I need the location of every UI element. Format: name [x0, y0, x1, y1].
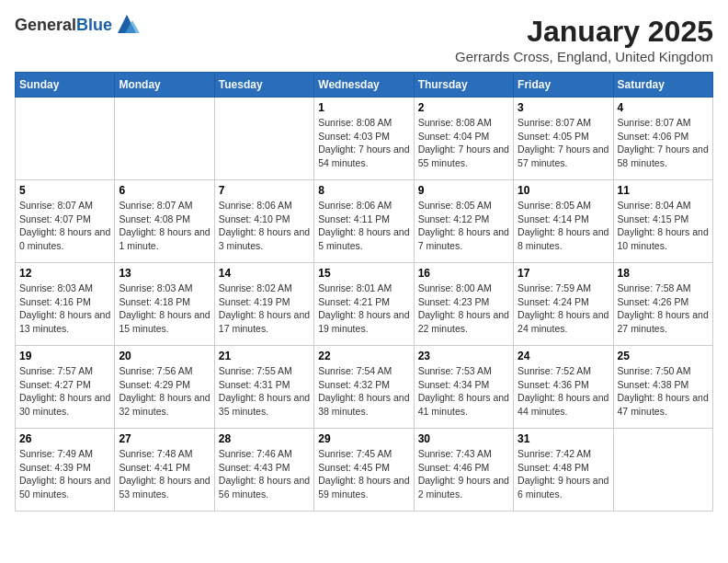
- calendar-cell: 17Sunrise: 7:59 AM Sunset: 4:24 PM Dayli…: [514, 263, 613, 346]
- location: Gerrards Cross, England, United Kingdom: [455, 49, 713, 64]
- day-info: Sunrise: 7:56 AM Sunset: 4:29 PM Dayligh…: [119, 364, 210, 419]
- day-info: Sunrise: 8:05 AM Sunset: 4:14 PM Dayligh…: [518, 199, 609, 253]
- day-number: 19: [19, 350, 110, 362]
- day-info: Sunrise: 7:52 AM Sunset: 4:36 PM Dayligh…: [518, 364, 609, 419]
- day-number: 16: [418, 267, 509, 280]
- calendar-week-4: 19Sunrise: 7:57 AM Sunset: 4:27 PM Dayli…: [16, 346, 713, 429]
- weekday-header-tuesday: Tuesday: [214, 73, 313, 98]
- day-number: 11: [618, 184, 709, 197]
- day-number: 17: [518, 267, 609, 280]
- calendar-cell: 12Sunrise: 8:03 AM Sunset: 4:16 PM Dayli…: [16, 263, 115, 346]
- day-info: Sunrise: 8:06 AM Sunset: 4:10 PM Dayligh…: [219, 199, 310, 253]
- day-number: 31: [518, 432, 609, 445]
- day-info: Sunrise: 8:08 AM Sunset: 4:04 PM Dayligh…: [418, 116, 509, 170]
- calendar-cell: 28Sunrise: 7:46 AM Sunset: 4:43 PM Dayli…: [214, 429, 313, 511]
- logo-icon: [114, 11, 140, 37]
- day-info: Sunrise: 7:46 AM Sunset: 4:43 PM Dayligh…: [219, 447, 310, 501]
- day-info: Sunrise: 7:58 AM Sunset: 4:26 PM Dayligh…: [618, 282, 709, 336]
- header-row: SundayMondayTuesdayWednesdayThursdayFrid…: [16, 73, 713, 98]
- day-number: 12: [19, 267, 110, 280]
- weekday-header-friday: Friday: [514, 73, 613, 98]
- weekday-header-thursday: Thursday: [414, 73, 513, 98]
- day-info: Sunrise: 7:48 AM Sunset: 4:41 PM Dayligh…: [119, 447, 210, 501]
- calendar-cell: 20Sunrise: 7:56 AM Sunset: 4:29 PM Dayli…: [115, 346, 214, 429]
- calendar-cell: 27Sunrise: 7:48 AM Sunset: 4:41 PM Dayli…: [115, 429, 214, 511]
- day-info: Sunrise: 7:45 AM Sunset: 4:45 PM Dayligh…: [318, 447, 409, 501]
- calendar-week-1: 1Sunrise: 8:08 AM Sunset: 4:03 PM Daylig…: [16, 98, 713, 180]
- logo: GeneralBlue: [15, 15, 140, 37]
- day-number: 1: [318, 101, 409, 114]
- calendar-table: SundayMondayTuesdayWednesdayThursdayFrid…: [15, 72, 713, 511]
- calendar-cell: [115, 98, 214, 180]
- day-info: Sunrise: 8:05 AM Sunset: 4:12 PM Dayligh…: [418, 199, 509, 253]
- day-number: 24: [518, 350, 609, 362]
- weekday-header-monday: Monday: [115, 73, 214, 98]
- day-number: 22: [318, 350, 409, 362]
- title-block: January 2025 Gerrards Cross, England, Un…: [455, 15, 713, 64]
- day-info: Sunrise: 7:53 AM Sunset: 4:34 PM Dayligh…: [418, 364, 509, 419]
- calendar-cell: 31Sunrise: 7:42 AM Sunset: 4:48 PM Dayli…: [514, 429, 613, 511]
- calendar-cell: 24Sunrise: 7:52 AM Sunset: 4:36 PM Dayli…: [514, 346, 613, 429]
- calendar-cell: 1Sunrise: 8:08 AM Sunset: 4:03 PM Daylig…: [314, 98, 414, 180]
- day-number: 13: [119, 267, 210, 280]
- month-title: January 2025: [455, 15, 713, 49]
- calendar-cell: 21Sunrise: 7:55 AM Sunset: 4:31 PM Dayli…: [214, 346, 313, 429]
- calendar-cell: 29Sunrise: 7:45 AM Sunset: 4:45 PM Dayli…: [314, 429, 414, 511]
- day-number: 15: [318, 267, 409, 280]
- day-info: Sunrise: 7:59 AM Sunset: 4:24 PM Dayligh…: [518, 282, 609, 336]
- day-number: 10: [518, 184, 609, 197]
- day-number: 20: [119, 350, 210, 362]
- day-number: 27: [119, 432, 210, 445]
- day-info: Sunrise: 8:04 AM Sunset: 4:15 PM Dayligh…: [618, 199, 709, 253]
- calendar-cell: 14Sunrise: 8:02 AM Sunset: 4:19 PM Dayli…: [214, 263, 313, 346]
- calendar-cell: 7Sunrise: 8:06 AM Sunset: 4:10 PM Daylig…: [214, 180, 313, 263]
- day-info: Sunrise: 8:03 AM Sunset: 4:18 PM Dayligh…: [119, 282, 210, 336]
- day-number: 4: [618, 101, 709, 114]
- calendar-cell: 5Sunrise: 8:07 AM Sunset: 4:07 PM Daylig…: [16, 180, 115, 263]
- day-info: Sunrise: 8:07 AM Sunset: 4:08 PM Dayligh…: [119, 199, 210, 253]
- day-info: Sunrise: 8:00 AM Sunset: 4:23 PM Dayligh…: [418, 282, 509, 336]
- calendar-cell: 9Sunrise: 8:05 AM Sunset: 4:12 PM Daylig…: [414, 180, 513, 263]
- day-number: 6: [119, 184, 210, 197]
- calendar-cell: 15Sunrise: 8:01 AM Sunset: 4:21 PM Dayli…: [314, 263, 414, 346]
- day-number: 8: [318, 184, 409, 197]
- day-number: 3: [518, 101, 609, 114]
- day-number: 21: [219, 350, 310, 362]
- calendar-cell: 26Sunrise: 7:49 AM Sunset: 4:39 PM Dayli…: [16, 429, 115, 511]
- calendar-cell: 16Sunrise: 8:00 AM Sunset: 4:23 PM Dayli…: [414, 263, 513, 346]
- day-info: Sunrise: 8:02 AM Sunset: 4:19 PM Dayligh…: [219, 282, 310, 336]
- calendar-cell: 10Sunrise: 8:05 AM Sunset: 4:14 PM Dayli…: [514, 180, 613, 263]
- logo-general: GeneralBlue: [15, 17, 112, 35]
- weekday-header-saturday: Saturday: [613, 73, 712, 98]
- page-header: GeneralBlue January 2025 Gerrards Cross,…: [15, 15, 713, 64]
- calendar-cell: 19Sunrise: 7:57 AM Sunset: 4:27 PM Dayli…: [16, 346, 115, 429]
- day-number: 28: [219, 432, 310, 445]
- day-info: Sunrise: 7:49 AM Sunset: 4:39 PM Dayligh…: [19, 447, 110, 501]
- calendar-cell: 4Sunrise: 8:07 AM Sunset: 4:06 PM Daylig…: [613, 98, 712, 180]
- day-info: Sunrise: 8:07 AM Sunset: 4:07 PM Dayligh…: [19, 199, 110, 253]
- calendar-cell: 3Sunrise: 8:07 AM Sunset: 4:05 PM Daylig…: [514, 98, 613, 180]
- day-number: 29: [318, 432, 409, 445]
- weekday-header-sunday: Sunday: [16, 73, 115, 98]
- day-number: 7: [219, 184, 310, 197]
- day-number: 2: [418, 101, 509, 114]
- day-info: Sunrise: 8:03 AM Sunset: 4:16 PM Dayligh…: [19, 282, 110, 336]
- day-info: Sunrise: 8:06 AM Sunset: 4:11 PM Dayligh…: [318, 199, 409, 253]
- calendar-cell: 11Sunrise: 8:04 AM Sunset: 4:15 PM Dayli…: [613, 180, 712, 263]
- calendar-cell: 18Sunrise: 7:58 AM Sunset: 4:26 PM Dayli…: [613, 263, 712, 346]
- day-info: Sunrise: 8:07 AM Sunset: 4:06 PM Dayligh…: [618, 116, 709, 170]
- day-number: 14: [219, 267, 310, 280]
- calendar-cell: 22Sunrise: 7:54 AM Sunset: 4:32 PM Dayli…: [314, 346, 414, 429]
- day-number: 30: [418, 432, 509, 445]
- day-number: 25: [618, 350, 709, 362]
- calendar-cell: 13Sunrise: 8:03 AM Sunset: 4:18 PM Dayli…: [115, 263, 214, 346]
- calendar-cell: 30Sunrise: 7:43 AM Sunset: 4:46 PM Dayli…: [414, 429, 513, 511]
- calendar-week-2: 5Sunrise: 8:07 AM Sunset: 4:07 PM Daylig…: [16, 180, 713, 263]
- calendar-cell: 6Sunrise: 8:07 AM Sunset: 4:08 PM Daylig…: [115, 180, 214, 263]
- calendar-cell: [214, 98, 313, 180]
- day-info: Sunrise: 7:55 AM Sunset: 4:31 PM Dayligh…: [219, 364, 310, 419]
- calendar-cell: [613, 429, 712, 511]
- calendar-cell: 2Sunrise: 8:08 AM Sunset: 4:04 PM Daylig…: [414, 98, 513, 180]
- calendar-cell: 23Sunrise: 7:53 AM Sunset: 4:34 PM Dayli…: [414, 346, 513, 429]
- day-info: Sunrise: 7:57 AM Sunset: 4:27 PM Dayligh…: [19, 364, 110, 419]
